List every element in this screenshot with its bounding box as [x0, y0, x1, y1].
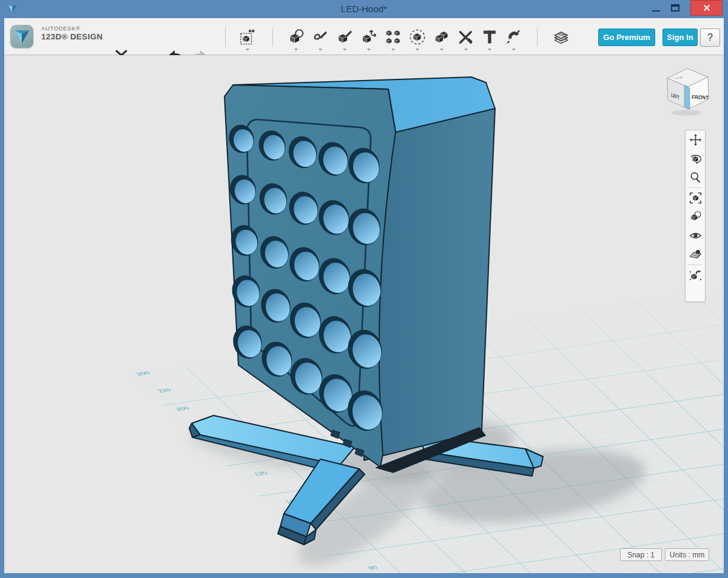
tool-grouping-dropdown-arrow[interactable]	[416, 49, 419, 51]
snap-toggle-icon	[689, 269, 702, 281]
tool-primitives-button[interactable]	[286, 27, 306, 47]
zoom-button[interactable]	[686, 168, 705, 187]
main-toolbar: AUTODESK® 123D® DESIGN Go Premium Sign I…	[4, 18, 724, 55]
help-button[interactable]: ?	[700, 29, 720, 47]
units-setting-button[interactable]: Units : mm	[665, 548, 709, 561]
tool-primitives-dropdown-arrow[interactable]	[294, 49, 298, 51]
app-icon	[7, 3, 18, 13]
tool-sketch-button[interactable]	[310, 27, 331, 47]
tool-text-button[interactable]	[479, 27, 500, 47]
grouping-icon	[409, 29, 426, 45]
modify-icon	[360, 29, 377, 45]
app-logo	[10, 25, 33, 48]
close-icon	[703, 4, 710, 12]
pan-icon	[689, 133, 702, 146]
material-view-icon	[689, 210, 702, 223]
tool-modify-dropdown-arrow[interactable]	[367, 49, 371, 51]
tool-construct-dropdown-arrow[interactable]	[343, 49, 346, 51]
tool-grouping-button[interactable]	[407, 27, 428, 47]
sketch-icon	[312, 29, 329, 45]
grid-toggle-button[interactable]	[686, 245, 705, 264]
orbit-icon	[689, 152, 702, 165]
nav-separator	[688, 264, 703, 265]
maximize-icon	[671, 4, 679, 12]
grid-toggle-icon	[689, 248, 702, 261]
tool-modify-button[interactable]	[359, 27, 379, 47]
viewport-3d[interactable]: 20022020012010080	[4, 55, 724, 573]
close-button[interactable]	[690, 0, 723, 16]
orbit-button[interactable]	[686, 149, 705, 168]
toolbar-separator	[272, 27, 273, 47]
tool-snap-button[interactable]	[504, 27, 524, 47]
tool-measure-dropdown-arrow[interactable]	[464, 49, 468, 51]
123d-logo-icon	[10, 25, 33, 48]
material-icon	[553, 29, 570, 45]
minimize-button[interactable]	[647, 0, 665, 16]
tool-measure-button[interactable]	[456, 27, 476, 47]
tool-pattern-button[interactable]	[383, 27, 403, 47]
go-premium-button[interactable]: Go Premium	[598, 29, 655, 46]
zoom-fit-button[interactable]	[686, 189, 705, 207]
view-cube-front-label: FRONT	[692, 94, 710, 101]
tool-snap-dropdown-arrow[interactable]	[512, 49, 516, 51]
minimize-icon	[652, 10, 660, 12]
sign-in-button[interactable]: Sign In	[662, 29, 698, 46]
brand-autodesk: AUTODESK®	[41, 25, 103, 32]
combine-icon	[433, 29, 450, 45]
tool-transform-dropdown-arrow[interactable]	[246, 49, 249, 51]
tool-transform-button[interactable]	[237, 27, 258, 47]
snap-icon	[505, 29, 522, 45]
material-view-button[interactable]	[686, 207, 705, 226]
view-cube-highlight-edge[interactable]	[684, 86, 690, 109]
measure-icon	[457, 29, 474, 45]
pattern-icon	[385, 29, 402, 45]
tool-text-dropdown-arrow[interactable]	[488, 49, 491, 51]
toolbar-separator	[537, 27, 538, 47]
snap-setting-button[interactable]: Snap : 1	[620, 548, 662, 561]
view-cube-shadow	[671, 110, 701, 116]
tool-sketch-dropdown-arrow[interactable]	[318, 49, 322, 51]
nav-separator	[688, 187, 703, 188]
pan-button[interactable]	[686, 130, 705, 149]
text-icon	[481, 29, 498, 45]
tool-pattern-dropdown-arrow[interactable]	[391, 49, 395, 51]
app-window: LED-Hood* AUTODESK® 123D® DESIGN	[0, 0, 728, 578]
view-nav-bar	[685, 130, 706, 302]
visibility-button[interactable]	[686, 226, 705, 245]
primitives-icon	[288, 29, 305, 45]
tool-construct-button[interactable]	[334, 27, 355, 47]
view-cube[interactable]: TOP LEFT FRONT	[658, 61, 719, 119]
tool-material-button[interactable]	[551, 27, 571, 47]
tool-combine-button[interactable]	[431, 27, 452, 47]
zoom-icon	[689, 171, 702, 184]
titlebar: LED-Hood*	[0, 0, 728, 18]
maximize-button[interactable]	[666, 0, 684, 16]
visibility-icon	[689, 229, 702, 242]
brand-block: AUTODESK® 123D® DESIGN	[41, 25, 103, 41]
construct-icon	[336, 29, 353, 45]
snap-toggle-button[interactable]	[686, 266, 705, 284]
window-title: LED-Hood*	[341, 4, 387, 14]
transform-icon	[239, 29, 256, 45]
scene-canvas[interactable]: 20022020012010080	[4, 55, 724, 573]
tool-combine-dropdown-arrow[interactable]	[440, 49, 443, 51]
zoom-fit-icon	[689, 192, 702, 204]
toolbar-separator	[225, 27, 226, 47]
brand-product: 123D® DESIGN	[41, 32, 103, 42]
